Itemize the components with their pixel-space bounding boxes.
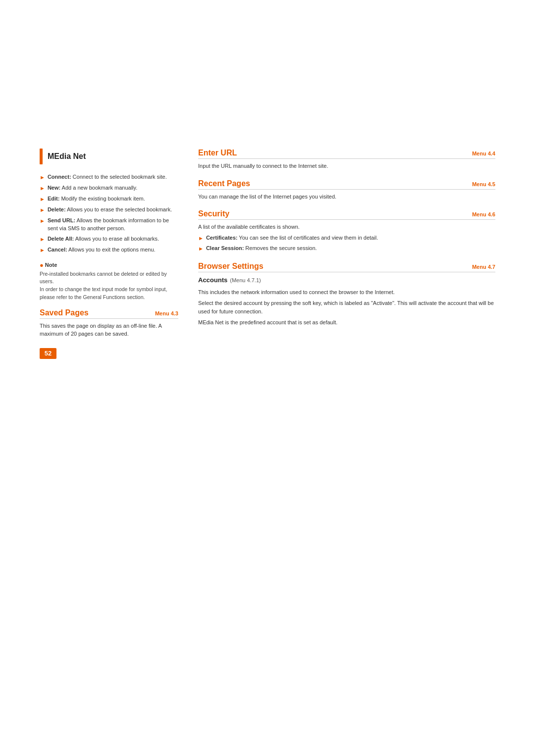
enter-url-section: Enter URL Menu 4.4 Input the URL manuall… <box>198 149 495 170</box>
note-title: ● Note <box>40 261 178 269</box>
saved-pages-section: Saved Pages Menu 4.3 This saves the page… <box>40 308 178 338</box>
list-item: ► Cancel: Allows you to exit the options… <box>40 246 178 254</box>
security-menu: Menu 4.6 <box>472 211 495 217</box>
browser-settings-section: Browser Settings Menu 4.7 Accounts (Menu… <box>198 262 495 327</box>
browser-settings-title: Browser Settings <box>198 262 264 271</box>
list-item: ► Connect: Connect to the selected bookm… <box>40 173 178 182</box>
orange-bar-icon <box>40 149 43 164</box>
recent-pages-menu: Menu 4.5 <box>472 181 495 187</box>
bullet-arrow-icon: ► <box>198 245 204 253</box>
item-label: Delete All: <box>48 236 74 242</box>
browser-settings-line3: MEdia Net is the predefined account that… <box>198 318 495 327</box>
list-item: ► Clear Session: Removes the secure sess… <box>198 245 495 253</box>
enter-url-body: Input the URL manually to connect to the… <box>198 162 495 170</box>
list-item: ► Delete: Allows you to erase the select… <box>40 206 178 214</box>
list-item: ► Send URL: Allows the bookmark informat… <box>40 217 178 233</box>
page-number-box: 52 <box>40 348 56 359</box>
recent-pages-header: Recent Pages Menu 4.5 <box>198 179 495 190</box>
media-net-header: MEdia Net <box>40 149 178 164</box>
item-label: Send URL: <box>48 217 75 223</box>
media-net-title: MEdia Net <box>48 152 86 161</box>
bullet-arrow-icon: ► <box>40 196 45 203</box>
item-label: Connect: <box>48 174 71 180</box>
bullet-arrow-icon: ► <box>40 236 45 244</box>
left-column: MEdia Net ► Connect: Connect to the sele… <box>40 149 178 359</box>
browser-settings-line2: Select the desired account by pressing t… <box>198 299 495 315</box>
content-area: MEdia Net ► Connect: Connect to the sele… <box>40 149 495 359</box>
saved-pages-header: Saved Pages Menu 4.3 <box>40 308 178 319</box>
recent-pages-title: Recent Pages <box>198 179 250 188</box>
bullet-arrow-icon: ► <box>40 247 45 254</box>
page-number: 52 <box>45 350 52 357</box>
recent-pages-section: Recent Pages Menu 4.5 You can manage the… <box>198 179 495 201</box>
security-intro: A list of the available certificates is … <box>198 223 495 231</box>
bullet-arrow-icon: ► <box>40 206 45 214</box>
security-list: ► Certificates: You can see the list of … <box>198 234 495 253</box>
item-label: Certificates: <box>206 235 238 241</box>
list-item: ► Certificates: You can see the list of … <box>198 234 495 243</box>
saved-pages-menu: Menu 4.3 <box>155 310 178 316</box>
security-section: Security Menu 4.6 A list of the availabl… <box>198 209 495 253</box>
list-item: ► Edit: Modify the existing bookmark ite… <box>40 195 178 203</box>
browser-settings-menu: Menu 4.7 <box>472 264 495 270</box>
bullet-arrow-icon: ► <box>40 217 45 225</box>
accounts-title: Accounts <box>198 276 227 284</box>
item-label: Clear Session: <box>206 245 244 251</box>
browser-settings-body: Accounts (Menu 4.7.1) This includes the … <box>198 275 495 327</box>
security-body: A list of the available certificates is … <box>198 223 495 253</box>
recent-pages-body: You can manage the list of the Internet … <box>198 193 495 201</box>
item-label: Delete: <box>48 206 66 212</box>
accounts-sub: (Menu 4.7.1) <box>230 277 261 283</box>
enter-url-title: Enter URL <box>198 149 237 157</box>
page: MEdia Net ► Connect: Connect to the sele… <box>0 0 535 756</box>
note-section: ● Note Pre-installed bookmarks cannot be… <box>40 261 178 302</box>
item-label: New: <box>48 185 60 191</box>
bullet-arrow-icon: ► <box>40 174 45 182</box>
browser-settings-header: Browser Settings Menu 4.7 <box>198 262 495 272</box>
enter-url-menu: Menu 4.4 <box>472 151 495 156</box>
browser-settings-line1: This includes the network information us… <box>198 288 495 297</box>
list-item: ► Delete All: Allows you to erase all bo… <box>40 235 178 244</box>
saved-pages-title: Saved Pages <box>40 308 89 317</box>
right-column: Enter URL Menu 4.4 Input the URL manuall… <box>198 149 495 359</box>
note-dot-icon: ● <box>40 261 44 269</box>
enter-url-header: Enter URL Menu 4.4 <box>198 149 495 159</box>
security-header: Security Menu 4.6 <box>198 209 495 220</box>
list-item: ► New: Add a new bookmark manually. <box>40 184 178 193</box>
item-label: Cancel: <box>48 247 67 252</box>
bullet-arrow-icon: ► <box>198 235 204 243</box>
item-label: Edit: <box>48 196 59 202</box>
note-body: Pre-installed bookmarks cannot be delete… <box>40 270 178 302</box>
security-title: Security <box>198 209 229 218</box>
saved-pages-body: This saves the page on display as an off… <box>40 322 178 338</box>
connect-bullet-list: ► Connect: Connect to the selected bookm… <box>40 173 178 254</box>
bullet-arrow-icon: ► <box>40 185 45 193</box>
